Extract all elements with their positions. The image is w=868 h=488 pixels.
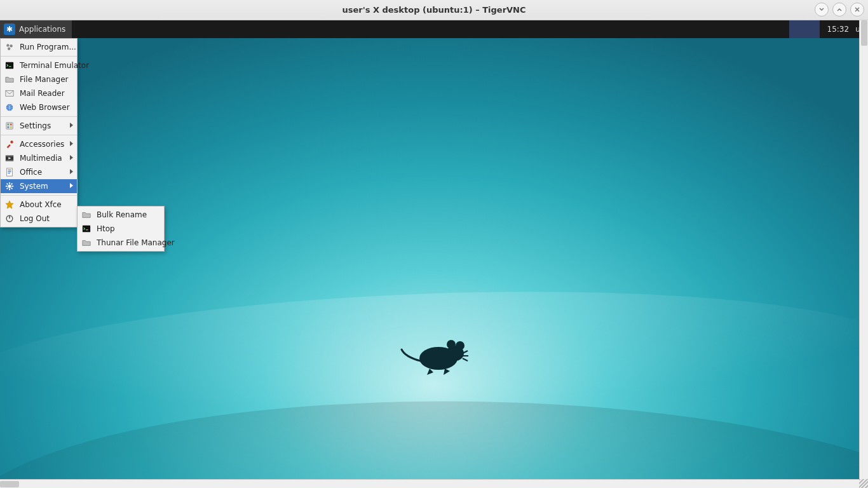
- apps-menu-item-about-xfce[interactable]: About Xfce: [1, 198, 77, 212]
- applications-label: Applications: [19, 25, 65, 34]
- svg-point-21: [8, 184, 11, 187]
- apps-menu-item-label: Accessories: [20, 140, 64, 149]
- apps-menu-item-mail-reader[interactable]: Mail Reader: [1, 86, 77, 100]
- svg-rect-20: [7, 168, 13, 176]
- chevron-right-icon: [70, 169, 73, 174]
- chevron-right-icon: [70, 123, 73, 128]
- apps-menu-item-separator: [1, 56, 77, 57]
- apps-menu-item-label: Multimedia: [20, 154, 62, 163]
- apps-menu-item-label: Office: [20, 168, 42, 177]
- chevron-right-icon: [70, 183, 73, 188]
- minimize-button[interactable]: [815, 3, 829, 17]
- office-icon: [4, 167, 15, 177]
- panel-task-block[interactable]: [789, 20, 820, 38]
- logout-icon: [4, 214, 15, 224]
- svg-point-5: [10, 44, 12, 47]
- svg-point-1: [446, 346, 464, 361]
- apps-menu-item-file-manager[interactable]: File Manager: [1, 72, 77, 86]
- apps-menu-item-run-program[interactable]: Run Program...: [1, 40, 77, 54]
- terminal-icon: [81, 224, 92, 234]
- svg-rect-7: [6, 62, 13, 69]
- system-submenu-item-thunar-file-manager[interactable]: Thunar File Manager: [78, 236, 164, 250]
- mail-icon: [4, 88, 15, 98]
- system-submenu-item-label: Htop: [97, 224, 115, 233]
- apps-menu-item-label: Web Browser: [20, 103, 70, 112]
- svg-rect-10: [6, 123, 13, 130]
- system-submenu: Bulk RenameHtopThunar File Manager: [77, 206, 165, 252]
- apps-menu-item-label: Mail Reader: [20, 89, 65, 98]
- terminal-icon: [4, 60, 15, 71]
- svg-rect-11: [8, 124, 10, 126]
- apps-menu-item-settings[interactable]: Settings: [1, 119, 77, 133]
- window-controls: [815, 3, 864, 17]
- system-submenu-item-label: Bulk Rename: [97, 210, 147, 219]
- xfce-logo-icon: ✱: [4, 24, 15, 35]
- apps-menu-item-label: System: [20, 182, 48, 191]
- apps-menu-item-terminal-emulator[interactable]: Terminal Emulator: [1, 58, 77, 72]
- chevron-right-icon: [70, 141, 73, 146]
- apps-menu-item-label: Terminal Emulator: [20, 61, 89, 70]
- apps-menu-item-label: File Manager: [20, 75, 69, 84]
- xfce-panel: ✱ Applications 15:32 us: [0, 20, 868, 38]
- settings-icon: [4, 121, 15, 131]
- svg-point-0: [419, 347, 458, 370]
- apps-menu-item-label: Log Out: [20, 214, 50, 223]
- svg-rect-12: [10, 124, 12, 126]
- star-icon: [4, 200, 15, 210]
- vnc-titlebar: user's X desktop (ubuntu:1) – TigerVNC: [0, 0, 868, 20]
- applications-menu: Run Program...Terminal EmulatorFile Mana…: [0, 38, 78, 227]
- run-icon: [4, 42, 15, 52]
- vnc-title: user's X desktop (ubuntu:1) – TigerVNC: [342, 5, 526, 15]
- svg-point-2: [447, 340, 456, 349]
- system-submenu-item-bulk-rename[interactable]: Bulk Rename: [78, 208, 164, 222]
- apps-menu-item-system[interactable]: System: [1, 179, 77, 193]
- xfce-mouse-wallpaper-icon: [399, 325, 475, 385]
- svg-rect-18: [6, 160, 13, 161]
- tools-icon: [4, 139, 15, 149]
- svg-rect-23: [83, 226, 90, 233]
- apps-menu-item-multimedia[interactable]: Multimedia: [1, 151, 77, 165]
- apps-menu-item-office[interactable]: Office: [1, 165, 77, 179]
- host-horizontal-scrollbar[interactable]: [0, 479, 868, 488]
- folder-icon: [81, 210, 92, 220]
- apps-menu-item-separator: [1, 116, 77, 117]
- chevron-right-icon: [70, 155, 73, 160]
- media-icon: [4, 153, 15, 163]
- svg-point-6: [8, 47, 10, 50]
- remote-desktop[interactable]: ✱ Applications 15:32 us Run Program...Te…: [0, 20, 868, 488]
- svg-rect-17: [6, 156, 13, 157]
- svg-point-3: [456, 341, 465, 350]
- panel-clock[interactable]: 15:32: [822, 25, 855, 34]
- svg-rect-13: [8, 126, 10, 128]
- system-submenu-item-label: Thunar File Manager: [97, 238, 175, 247]
- apps-menu-item-accessories[interactable]: Accessories: [1, 137, 77, 151]
- host-vertical-scrollbar[interactable]: [859, 20, 868, 479]
- resize-grip-icon[interactable]: [859, 479, 868, 488]
- system-submenu-item-htop[interactable]: Htop: [78, 222, 164, 236]
- folder-icon: [4, 74, 15, 85]
- globe-icon: [4, 102, 15, 112]
- svg-point-4: [6, 44, 9, 46]
- apps-menu-item-label: About Xfce: [20, 200, 62, 209]
- gear-icon: [4, 181, 15, 191]
- apps-menu-item-label: Run Program...: [20, 43, 76, 51]
- apps-menu-item-web-browser[interactable]: Web Browser: [1, 100, 77, 114]
- applications-menu-button[interactable]: ✱ Applications: [0, 20, 72, 38]
- svg-point-15: [10, 140, 13, 143]
- folder-icon: [81, 238, 92, 248]
- apps-menu-item-label: Settings: [20, 121, 51, 130]
- svg-rect-14: [10, 126, 12, 128]
- close-button[interactable]: [850, 3, 864, 17]
- apps-menu-item-log-out[interactable]: Log Out: [1, 212, 77, 226]
- maximize-button[interactable]: [832, 3, 846, 17]
- apps-menu-item-separator: [1, 135, 77, 135]
- apps-menu-item-separator: [1, 195, 77, 196]
